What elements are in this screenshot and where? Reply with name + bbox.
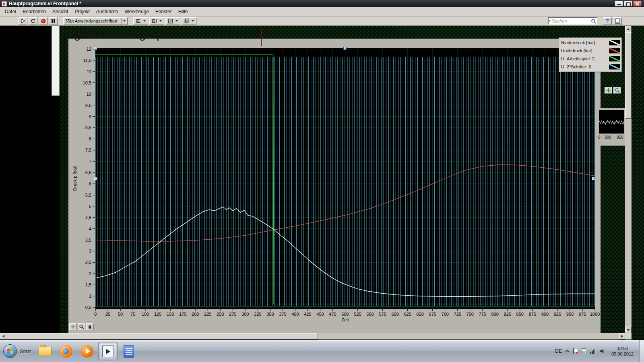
graph-plot-svg[interactable]: 1211,51110,5109,598,587,576,565,554,543,…	[68, 39, 601, 333]
side-x-tick-label: 0	[598, 135, 601, 140]
y-tick-label: 2	[89, 271, 91, 276]
x-tick-label: 375	[279, 312, 286, 317]
minimize-button[interactable]	[615, 1, 623, 6]
font-selector[interactable]: 35pt Anwendungsschriftart	[63, 17, 128, 25]
reorder-objects-dropdown[interactable]	[182, 17, 196, 25]
search-icon[interactable]	[591, 19, 596, 24]
x-tick-label: 725	[454, 312, 461, 317]
x-tick-label: 650	[416, 312, 423, 317]
y-tick-label: 9	[89, 114, 91, 119]
x-tick-label: 600	[391, 312, 398, 317]
search-input[interactable]	[552, 19, 590, 23]
scroll-left-button[interactable]	[0, 333, 6, 339]
search-scope-icon[interactable]	[549, 20, 551, 22]
run-continuous-button[interactable]	[29, 17, 37, 25]
clock[interactable]: 10:50 05.06.2012	[611, 346, 634, 357]
x-axis-title: Zeit	[341, 317, 349, 322]
horizontal-scrollbar[interactable]	[0, 333, 625, 339]
menu-item-datei[interactable]: Datei	[2, 8, 19, 16]
context-help-button[interactable]	[613, 17, 622, 25]
y-tick-label: 2,5	[85, 260, 91, 265]
close-button[interactable]	[633, 1, 642, 6]
x-tick-label: 150	[167, 312, 174, 317]
legend-swatch	[609, 40, 620, 45]
side-crosshair-button[interactable]	[605, 87, 612, 94]
menu-item-fenster[interactable]: Fenster	[152, 8, 175, 16]
search-box[interactable]	[548, 17, 597, 25]
x-tick-label: 0	[94, 312, 97, 317]
scroll-up-button[interactable]	[625, 26, 632, 32]
taskbar-app-labview[interactable]	[98, 342, 118, 360]
y-tick-label: 10,5	[83, 80, 91, 85]
show-desktop-button[interactable]	[639, 340, 644, 362]
scroll-down-button[interactable]	[625, 327, 632, 333]
align-objects-dropdown[interactable]	[133, 17, 148, 25]
help-button[interactable]: ?	[603, 17, 612, 25]
maximize-button[interactable]	[624, 1, 632, 6]
volume-icon[interactable]	[600, 349, 606, 354]
taskbar-app-notes[interactable]	[119, 342, 138, 360]
taskbar-app-folder[interactable]	[35, 342, 55, 360]
menu-item-bearbeiten[interactable]: Bearbeiten	[19, 8, 49, 16]
font-selector-dropdown[interactable]	[121, 18, 127, 25]
y-tick-label: 7,5	[85, 148, 91, 152]
hidden-icons-chevron-icon[interactable]	[565, 350, 569, 354]
menu-item-ausführen[interactable]: Ausführen	[93, 8, 122, 16]
legend-item[interactable]: Niederdruck [bar]	[560, 39, 620, 47]
menu-item-hilfe[interactable]: Hilfe	[175, 8, 191, 16]
pan-tool-button[interactable]	[86, 323, 94, 330]
scroll-right-button[interactable]	[619, 333, 625, 339]
legend-label: Hochdruck [bar]	[560, 48, 607, 53]
start-button[interactable]: Start	[0, 340, 35, 362]
action-center-flag-icon[interactable]	[573, 348, 578, 354]
system-tray: DE 10:50 05.06.2012	[555, 340, 644, 362]
selection-handle-top-left[interactable]	[94, 47, 97, 50]
resize-objects-icon	[168, 19, 173, 24]
x-tick-label: 875	[529, 312, 536, 317]
language-indicator[interactable]: DE	[555, 348, 562, 354]
taskbar: Start DE 10:50 05.06.2012	[0, 340, 644, 362]
clipboard-tray-icon[interactable]	[582, 348, 586, 354]
scrollbar-corner	[625, 333, 632, 339]
x-tick-label: 425	[304, 312, 311, 317]
run-button[interactable]	[19, 17, 27, 25]
taskbar-app-firefox[interactable]	[56, 342, 76, 360]
window-controls	[615, 1, 642, 6]
partial-control[interactable]	[52, 26, 60, 96]
resize-objects-dropdown[interactable]	[165, 17, 180, 25]
horizontal-scroll-thumb[interactable]	[6, 333, 318, 339]
y-tick-label: 12	[87, 47, 91, 51]
side-zoom-button[interactable]	[613, 87, 621, 94]
side-graph-plot[interactable]	[599, 110, 624, 134]
chevron-down-icon	[143, 20, 146, 22]
legend-item[interactable]: U_2°Schritte_3	[560, 63, 620, 71]
cursor-lock-button[interactable]	[69, 323, 77, 330]
legend-item[interactable]: U_Arbeitsspiel_2	[560, 55, 620, 63]
abort-button[interactable]	[39, 17, 47, 25]
vertical-scrollbar[interactable]	[625, 26, 632, 333]
chevron-down-icon	[175, 20, 178, 22]
x-tick-label: 25	[105, 312, 110, 317]
panel-right-strip	[632, 26, 644, 339]
menu-item-werkzeuge[interactable]: Werkzeuge	[122, 8, 152, 16]
menu-item-projekt[interactable]: Projekt	[71, 8, 93, 16]
legend-item[interactable]: Hochdruck [bar]	[560, 47, 620, 55]
menu-item-ansicht[interactable]: Ansicht	[49, 8, 71, 16]
selection-handle-mid-left[interactable]	[94, 177, 97, 180]
selection-handle-top-center[interactable]	[343, 47, 347, 50]
distribute-objects-dropdown[interactable]	[149, 17, 164, 25]
selection-handle-mid-right[interactable]	[592, 177, 595, 180]
tray-time: 10:50	[611, 346, 634, 351]
run-arrow-icon	[20, 18, 26, 24]
zoom-tool-button[interactable]	[78, 323, 85, 330]
y-tick-label: 8,5	[85, 125, 91, 130]
front-panel[interactable]: Signalverlaufsgraph 1211,51110,5109,598,…	[0, 26, 625, 333]
y-tick-label: 11,5	[83, 58, 91, 63]
taskbar-app-media-player[interactable]	[77, 342, 97, 360]
pause-button[interactable]	[49, 17, 58, 25]
y-tick-label: 4	[89, 226, 91, 231]
vertical-scroll-thumb[interactable]	[625, 32, 632, 119]
network-icon[interactable]	[590, 348, 596, 354]
reorder-objects-icon	[184, 19, 189, 24]
y-tick-label: 8	[89, 136, 91, 141]
